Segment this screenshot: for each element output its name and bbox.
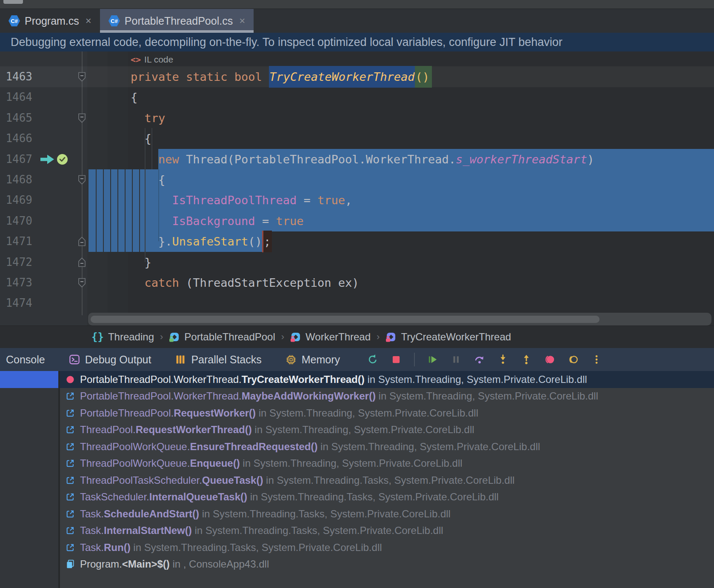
tab-program-cs[interactable]: C# Program.cs × [0, 9, 100, 33]
frame-location: in System.Threading.Tasks, System.Privat… [199, 508, 451, 519]
stack-frame-row[interactable]: ThreadPoolWorkQueue.EnsureThreadRequeste… [0, 438, 714, 455]
rerun-debug-button[interactable] [367, 354, 378, 365]
breadcrumb-label: WorkerThread [306, 331, 371, 343]
frame-class-prefix: ThreadPoolWorkQueue. [80, 457, 190, 469]
csharp-file-icon: C# [109, 15, 120, 27]
stack-frame-row[interactable]: TaskScheduler.InternalQueueTask() in Sys… [0, 489, 714, 506]
fold-collapse-icon[interactable] [78, 72, 86, 83]
stack-frame-row[interactable]: PortableThreadPool.WorkerThread.MaybeAdd… [0, 388, 714, 405]
frame-method-name: EnsureThreadRequested() [190, 441, 317, 452]
breakpoint-verified-icon[interactable] [57, 154, 68, 165]
step-over-button[interactable] [474, 354, 485, 365]
code-editor[interactable]: <> IL code 1463private static bool TryCr… [0, 51, 714, 325]
line-number: 1465 [0, 108, 32, 128]
frame-method-name: QueueTask() [202, 474, 263, 486]
more-options-button[interactable] [591, 354, 602, 365]
frame-text: ThreadPoolTaskScheduler.QueueTask() in S… [80, 474, 514, 486]
frame-class-prefix: Task. [80, 508, 104, 519]
external-source-icon [66, 476, 75, 485]
horizontal-scrollbar-track[interactable] [88, 313, 711, 325]
stack-frame-row[interactable]: ThreadPoolWorkQueue.Enqueue() in System.… [0, 455, 714, 472]
call-stack-panel: PortableThreadPool.WorkerThread.TryCreat… [0, 371, 714, 588]
decompile-notification-banner[interactable]: Debugging external code, decompiling on-… [0, 33, 714, 51]
close-icon[interactable]: × [239, 15, 245, 27]
frame-class-prefix: Program. [80, 558, 122, 570]
horizontal-scrollbar-thumb[interactable] [91, 316, 600, 323]
line-number: 1468 [0, 169, 32, 190]
il-code-inlay-hint[interactable]: <> IL code [131, 52, 173, 67]
external-source-icon [66, 526, 75, 535]
toolwindow-tab-debug-output[interactable]: Debug Output [69, 354, 151, 366]
frame-class-prefix: PortableThreadPool.WorkerThread. [80, 374, 242, 385]
frame-text: Task.InternalStartNew() in System.Thread… [80, 525, 443, 537]
frame-method-name: MaybeAddWorkingWorker() [242, 390, 376, 402]
frame-text: Task.Run() in System.Threading.Tasks, Sy… [80, 542, 382, 554]
csharp-file-icon: C# [9, 15, 20, 27]
toolwindow-tab-console[interactable]: Console [6, 354, 45, 366]
frame-class-prefix: Task. [80, 525, 104, 536]
resume-button[interactable] [427, 354, 438, 365]
stack-frame-row[interactable]: Task.ScheduleAndStart() in System.Thread… [0, 505, 714, 522]
tab-portablethreadpool-cs[interactable]: C# PortableThreadPool.cs × [100, 9, 254, 33]
il-code-label: IL code [144, 54, 173, 65]
code-line: 1471 }.UnsafeStart(); [0, 231, 714, 252]
frame-class-prefix: TaskScheduler. [80, 491, 149, 502]
mute-breakpoints-button[interactable] [544, 354, 555, 365]
frame-location: in System.Threading, System.Private.Core… [317, 441, 540, 452]
toolwindow-tab-label: Memory [302, 354, 340, 366]
stop-button[interactable] [391, 354, 402, 365]
frame-class-prefix: ThreadPool. [80, 424, 136, 435]
view-breakpoints-button[interactable] [568, 354, 579, 365]
toolwindow-tab-parallel-stacks[interactable]: Parallel Stacks [175, 354, 261, 366]
frame-location: in System.Threading, System.Private.Core… [256, 407, 478, 419]
fold-collapse-icon[interactable] [78, 175, 86, 186]
selected-thread-highlight [0, 371, 58, 388]
window-title-strip [0, 0, 714, 9]
code-line: 1465 try [0, 108, 714, 128]
code-line: 1472 } [0, 252, 714, 273]
step-out-button[interactable] [521, 354, 532, 365]
breadcrumb-item-portablethreadpool[interactable]: PortableThreadPool [169, 331, 275, 343]
pause-button[interactable] [451, 354, 462, 365]
frame-location: in System.Threading.Tasks, System.Privat… [263, 474, 514, 486]
breadcrumb-item-trycreateworkerthread[interactable]: TryCreateWorkerThread [386, 331, 511, 343]
breadcrumb-label: TryCreateWorkerThread [401, 331, 511, 343]
code-line: 1469 IsThreadPoolThread = true, [0, 190, 714, 211]
fold-end-icon[interactable] [78, 257, 86, 269]
code-line: 1466 { [0, 128, 714, 149]
frame-method-name: RequestWorkerThread() [136, 424, 252, 435]
indent-guide [103, 169, 104, 252]
frame-text: PortableThreadPool.WorkerThread.TryCreat… [80, 374, 587, 385]
fold-collapse-icon[interactable] [78, 113, 86, 125]
close-icon[interactable]: × [86, 15, 91, 27]
breadcrumb-item-threading[interactable]: {}Threading [91, 331, 154, 343]
frame-method-name: InternalQueueTask() [149, 491, 247, 502]
code-line: 1473 catch (ThreadStartException ex) [0, 272, 714, 293]
breadcrumb-separator: › [377, 331, 380, 343]
line-number: 1467 [0, 149, 32, 170]
stack-frame-row[interactable]: Program.<Main>$() in , ConsoleApp43.dll [0, 556, 714, 573]
external-source-icon [66, 492, 75, 502]
breadcrumb-separator: › [281, 331, 284, 343]
fold-collapse-icon[interactable] [78, 278, 86, 289]
class-icon [169, 331, 180, 343]
frame-class-prefix: ThreadPoolWorkQueue. [80, 441, 190, 452]
line-number: 1474 [0, 293, 32, 314]
stack-frame-row[interactable]: PortableThreadPool.RequestWorker() in Sy… [0, 405, 714, 422]
toolwindow-tab-memory[interactable]: Memory [286, 354, 340, 366]
stack-frame-row[interactable]: Task.Run() in System.Threading.Tasks, Sy… [0, 539, 714, 556]
step-into-button[interactable] [497, 354, 508, 365]
stack-frame-row[interactable]: ThreadPoolTaskScheduler.QueueTask() in S… [0, 472, 714, 489]
toolbar-separator [414, 353, 415, 366]
stack-frame-row[interactable]: PortableThreadPool.WorkerThread.TryCreat… [0, 371, 714, 388]
stack-frame-row[interactable]: ThreadPool.RequestWorkerThread() in Syst… [0, 422, 714, 439]
frame-location: in System.Threading.Tasks, System.Privat… [247, 491, 499, 502]
breadcrumb-item-workerthread[interactable]: WorkerThread [290, 331, 371, 343]
breadcrumb-separator: › [160, 331, 163, 343]
line-number: 1469 [0, 190, 32, 211]
frame-text: Task.ScheduleAndStart() in System.Thread… [80, 508, 451, 520]
class-icon [290, 331, 301, 343]
fold-end-icon[interactable] [78, 237, 86, 248]
frame-location: in System.Threading.Tasks, System.Privat… [131, 542, 382, 553]
stack-frame-row[interactable]: Task.InternalStartNew() in System.Thread… [0, 522, 714, 539]
